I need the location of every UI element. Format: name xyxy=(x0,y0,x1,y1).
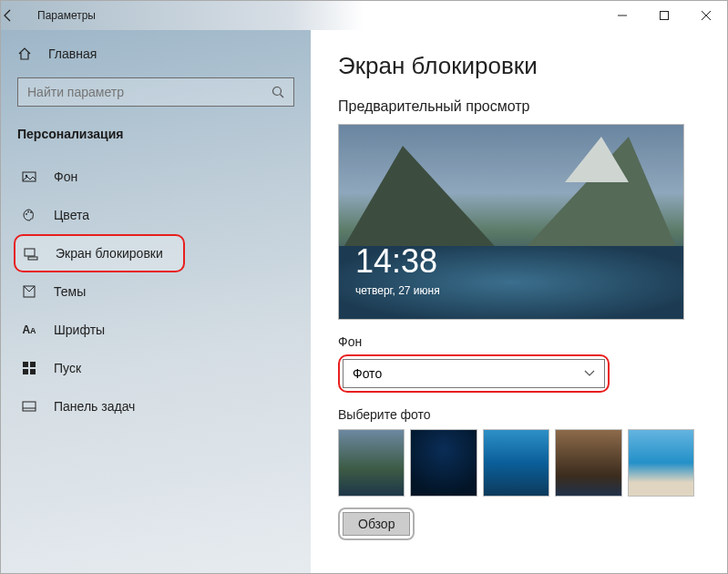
background-section-label: Фон xyxy=(338,334,694,349)
photo-thumb[interactable] xyxy=(628,429,694,497)
svg-rect-11 xyxy=(25,249,35,256)
home-link[interactable]: Главная xyxy=(17,46,294,61)
svg-point-4 xyxy=(273,87,282,96)
svg-rect-17 xyxy=(30,369,36,374)
lockscreen-preview: 14:38 четверг, 27 июня xyxy=(338,124,684,320)
nav-label: Экран блокировки xyxy=(56,246,163,261)
palette-icon xyxy=(21,208,37,222)
search-input[interactable] xyxy=(17,77,294,107)
window-title: Параметры xyxy=(37,9,96,22)
photo-thumbnails xyxy=(338,429,694,497)
preview-date: четверг, 27 июня xyxy=(355,284,440,297)
svg-point-9 xyxy=(27,211,29,213)
svg-line-5 xyxy=(281,95,284,98)
home-label: Главная xyxy=(48,46,97,61)
lockscreen-icon xyxy=(23,246,39,261)
nav-label: Фон xyxy=(54,169,77,184)
nav-label: Цвета xyxy=(54,208,89,222)
search-field[interactable] xyxy=(27,85,272,99)
close-button[interactable] xyxy=(685,1,727,30)
svg-rect-16 xyxy=(23,369,28,374)
dropdown-value: Фото xyxy=(353,366,382,381)
sidebar-item-colors[interactable]: Цвета xyxy=(17,196,294,234)
picture-icon xyxy=(21,169,37,184)
start-icon xyxy=(21,362,37,374)
themes-icon xyxy=(21,284,37,299)
search-icon xyxy=(272,86,284,98)
photo-thumb[interactable] xyxy=(338,429,405,497)
taskbar-icon xyxy=(21,401,37,412)
nav-label: Панель задач xyxy=(54,399,135,414)
sidebar-item-lockscreen[interactable]: Экран блокировки xyxy=(14,234,185,272)
background-dropdown[interactable]: Фото xyxy=(343,359,605,388)
nav-label: Пуск xyxy=(54,361,81,375)
svg-point-10 xyxy=(30,211,32,213)
preview-time: 14:38 xyxy=(355,242,437,281)
svg-rect-12 xyxy=(28,257,37,260)
sidebar: Главная Персонализация Фон Цвета Экран б… xyxy=(1,30,311,573)
preview-label: Предварительный просмотр xyxy=(338,98,694,115)
nav-label: Темы xyxy=(54,284,86,299)
browse-button[interactable]: Обзор xyxy=(343,512,410,536)
photo-thumb[interactable] xyxy=(555,429,621,497)
sidebar-item-start[interactable]: Пуск xyxy=(17,349,294,387)
svg-rect-14 xyxy=(23,362,28,367)
photo-thumb[interactable] xyxy=(483,429,549,497)
photo-thumb[interactable] xyxy=(410,429,477,497)
svg-rect-15 xyxy=(30,362,36,367)
maximize-button[interactable] xyxy=(643,1,685,30)
back-button[interactable] xyxy=(1,8,37,23)
chevron-down-icon xyxy=(584,370,595,377)
category-label: Персонализация xyxy=(17,127,294,141)
home-icon xyxy=(17,46,32,61)
fonts-icon: AA xyxy=(21,323,37,336)
sidebar-item-taskbar[interactable]: Панель задач xyxy=(17,387,294,425)
svg-point-8 xyxy=(26,213,27,215)
svg-rect-18 xyxy=(23,402,36,411)
choose-photo-label: Выберите фото xyxy=(338,407,694,422)
sidebar-item-themes[interactable]: Темы xyxy=(17,272,294,311)
titlebar: Параметры xyxy=(1,1,727,30)
nav-label: Шрифты xyxy=(54,323,105,337)
minimize-button[interactable] xyxy=(601,1,643,30)
svg-rect-6 xyxy=(23,172,36,181)
sidebar-item-background[interactable]: Фон xyxy=(17,158,294,196)
page-heading: Экран блокировки xyxy=(338,52,694,80)
content-area: Экран блокировки Предварительный просмот… xyxy=(311,30,727,573)
sidebar-item-fonts[interactable]: AA Шрифты xyxy=(17,311,294,349)
svg-rect-1 xyxy=(661,12,669,20)
